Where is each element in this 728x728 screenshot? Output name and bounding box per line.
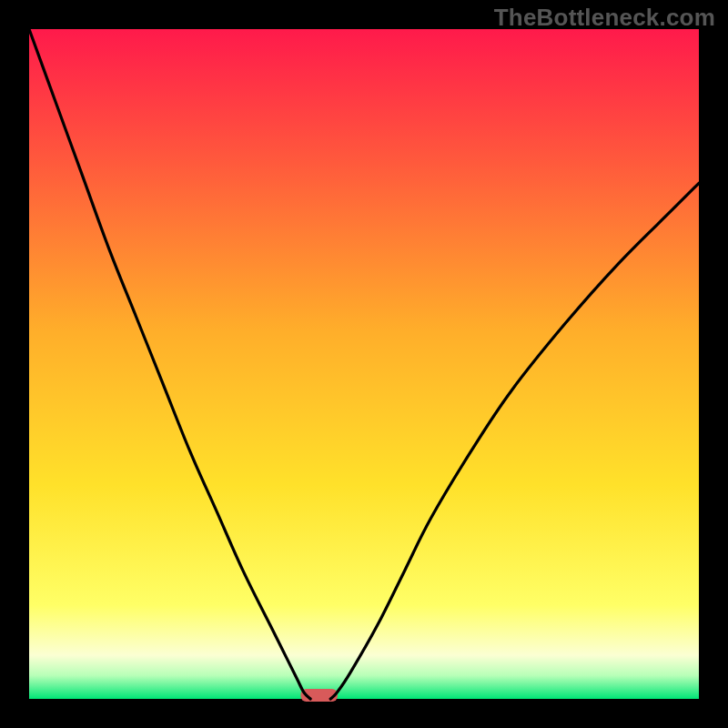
plot-background bbox=[29, 29, 699, 699]
chart-frame: { "watermark": "TheBottleneck.com", "cha… bbox=[0, 0, 728, 728]
bottleneck-plot bbox=[0, 0, 728, 728]
watermark-text: TheBottleneck.com bbox=[494, 4, 715, 32]
